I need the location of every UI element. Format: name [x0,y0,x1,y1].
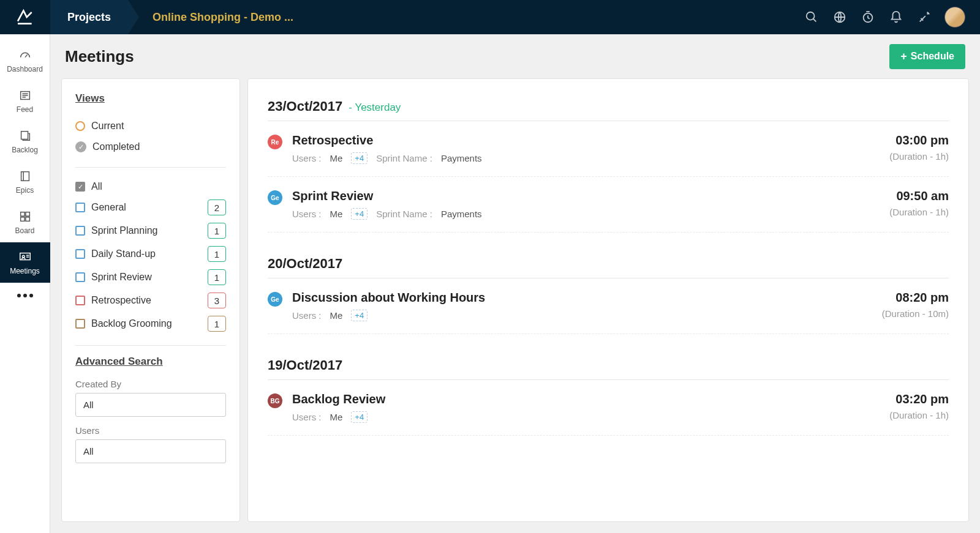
topbar: Projects Online Shopping - Demo ... [0,0,980,34]
users-label: Users : [292,153,322,163]
nav-label: Meetings [10,267,40,275]
meetings-list: 23/Oct/2017- Yesterday Re Retrospective … [247,78,969,522]
view-completed-label: Completed [92,141,140,152]
users-me: Me [330,209,343,219]
divider [75,345,226,346]
app-logo[interactable] [0,7,50,27]
users-extra-badge[interactable]: +4 [351,411,368,423]
bell-icon[interactable] [888,9,904,25]
meeting-row[interactable]: Ge Sprint Review Users : Me +4 Sprint Na… [268,177,949,233]
svg-point-0 [807,12,815,20]
meeting-tag-icon: Re [268,135,282,149]
nav-more[interactable] [0,283,50,308]
nav-label: Dashboard [7,65,43,73]
filter-all[interactable]: ✓ All [75,177,226,196]
meeting-time: 03:00 pm [889,133,949,147]
category-label: General [91,202,126,213]
users-me: Me [330,153,343,163]
stack-icon [18,129,32,143]
svg-rect-5 [21,172,29,181]
category-label: Backlog Grooming [91,318,172,329]
meeting-time: 09:50 am [889,189,949,203]
svg-rect-6 [20,212,24,216]
search-icon[interactable] [804,9,820,25]
news-icon [18,88,32,103]
breadcrumb-project-name[interactable]: Online Shopping - Demo ... [128,0,311,34]
breadcrumb-projects[interactable]: Projects [50,0,128,34]
filter-category[interactable]: Daily Stand-up1 [75,242,226,266]
date-header: 20/Oct/2017 [268,256,949,278]
users-extra-badge[interactable]: +4 [351,208,368,220]
meeting-title: Retrospective [292,133,889,147]
plus-icon: + [900,50,907,63]
meeting-icon [18,250,32,264]
timer-icon[interactable] [860,9,876,25]
nav-epics[interactable]: Epics [0,162,50,202]
date-relative: - Yesterday [349,102,401,114]
date-text: 23/Oct/2017 [268,99,342,114]
meeting-duration: (Duration - 1h) [889,410,949,420]
filter-category[interactable]: Sprint Planning1 [75,219,226,242]
view-completed[interactable]: ✓ Completed [75,136,226,157]
meeting-row[interactable]: Re Retrospective Users : Me +4 Sprint Na… [268,121,949,177]
book-icon [18,169,32,184]
checkbox-icon [75,249,85,259]
checkbox-checked-icon: ✓ [75,182,85,192]
meeting-row[interactable]: Ge Discussion about Working Hours Users … [268,278,949,334]
nav-dashboard[interactable]: Dashboard [0,40,50,81]
users-label: Users : [292,310,322,321]
category-count: 1 [208,246,226,262]
nav-label: Backlog [12,146,38,154]
category-count: 1 [208,223,226,239]
checkbox-icon [75,296,85,305]
gauge-icon [18,48,32,62]
svg-rect-4 [21,132,28,140]
globe-icon[interactable] [832,9,848,25]
filter-category[interactable]: Sprint Review1 [75,266,226,289]
users-extra-badge[interactable]: +4 [351,310,368,321]
meeting-duration: (Duration - 1h) [889,151,949,162]
content-header: Meetings + Schedule [50,34,980,78]
sprint-name: Payments [441,153,482,163]
users-select[interactable]: All [75,439,226,463]
users-extra-badge[interactable]: +4 [351,152,368,164]
category-count: 2 [208,199,226,215]
user-avatar[interactable] [944,7,965,28]
checkbox-icon [75,272,85,282]
nav-label: Epics [16,186,34,195]
users-label: Users [75,425,226,436]
schedule-button[interactable]: + Schedule [889,44,965,69]
filter-category[interactable]: Backlog Grooming1 [75,312,226,335]
nav-meetings[interactable]: Meetings [0,242,50,283]
date-text: 19/Oct/2017 [268,357,342,373]
nav-board[interactable]: Board [0,202,50,242]
created-by-select[interactable]: All [75,393,226,417]
schedule-label: Schedule [911,51,954,62]
meeting-title: Sprint Review [292,189,889,203]
filter-category[interactable]: General2 [75,196,226,219]
radio-check-icon: ✓ [75,141,86,152]
tools-icon[interactable] [916,9,932,25]
users-label: Users : [292,209,322,219]
date-header: 23/Oct/2017- Yesterday [268,99,949,121]
filter-pane: Views Current ✓ Completed ✓ All General2… [61,78,240,522]
svg-rect-8 [20,217,24,221]
meeting-duration: (Duration - 10m) [882,308,949,319]
category-label: Sprint Planning [91,225,158,236]
category-label: Sprint Review [91,272,152,283]
meeting-tag-icon: Ge [268,292,282,307]
nav-backlog[interactable]: Backlog [0,121,50,162]
meeting-time: 03:20 pm [889,392,949,406]
nav-feed[interactable]: Feed [0,81,50,121]
filter-category[interactable]: Retrospective3 [75,289,226,312]
meeting-tag-icon: BG [268,393,282,408]
created-by-label: Created By [75,379,226,389]
meeting-tag-icon: Ge [268,190,282,205]
view-current[interactable]: Current [75,116,226,136]
category-count: 3 [208,293,226,308]
page-title: Meetings [65,47,134,66]
category-count: 1 [208,316,226,332]
meeting-row[interactable]: BG Backlog Review Users : Me +4 03:20 pm… [268,380,949,436]
meeting-time: 08:20 pm [882,291,949,305]
meeting-title: Discussion about Working Hours [292,291,882,305]
